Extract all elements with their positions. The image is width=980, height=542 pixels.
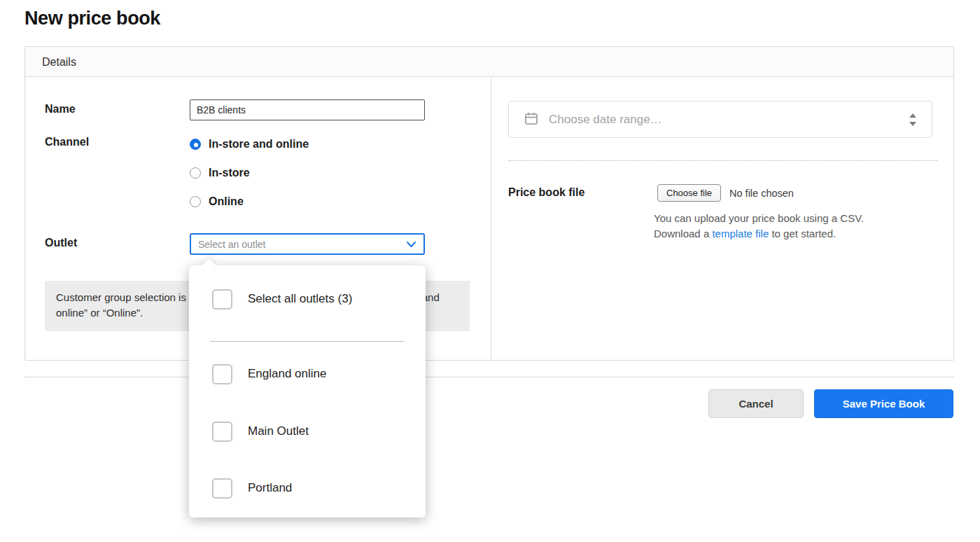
checkbox-icon[interactable]	[212, 289, 232, 310]
radio-option-online[interactable]: Online	[190, 191, 309, 212]
chevron-down-icon	[406, 238, 416, 251]
name-label: Name	[45, 103, 76, 116]
outlet-select[interactable]: Select an outlet	[190, 233, 425, 255]
footer-divider	[24, 377, 954, 377]
spinner-chevrons-icon[interactable]	[909, 113, 916, 126]
outlet-label: Outlet	[45, 237, 77, 249]
outlet-select-placeholder: Select an outlet	[198, 239, 406, 250]
radio-icon[interactable]	[190, 196, 201, 207]
chevron-up-icon[interactable]	[909, 113, 916, 118]
help-line-2-after: to get started.	[769, 228, 836, 239]
choose-file-button[interactable]: Choose file	[657, 184, 721, 202]
date-range-picker[interactable]: Choose date range…	[508, 101, 932, 138]
dropdown-item-main-outlet[interactable]: Main Outlet	[212, 421, 412, 442]
name-input[interactable]	[190, 99, 425, 120]
radio-label: In-store and online	[209, 138, 309, 151]
dropdown-item-select-all[interactable]: Select all outlets (3)	[212, 289, 412, 310]
dropdown-item-label: Select all outlets (3)	[248, 292, 352, 306]
file-upload-row: Choose file No file chosen	[657, 184, 794, 202]
help-line-1: You can upload your price book using a C…	[654, 212, 864, 224]
checkbox-icon[interactable]	[212, 478, 232, 499]
panel-header: Details	[25, 47, 953, 77]
file-help-text: You can upload your price book using a C…	[654, 211, 899, 242]
dropdown-divider	[210, 341, 405, 342]
page-title: New price book	[24, 8, 160, 29]
channel-radio-group: In-store and online In-store Online	[190, 134, 309, 220]
dropdown-item-label: Main Outlet	[248, 424, 309, 438]
chevron-down-icon[interactable]	[909, 122, 916, 126]
price-book-file-label: Price book file	[508, 186, 584, 199]
save-price-book-button[interactable]: Save Price Book	[814, 389, 953, 418]
outlet-dropdown: Select all outlets (3) England online Ma…	[189, 265, 426, 517]
dropdown-item-england-online[interactable]: England online	[212, 363, 412, 384]
dropdown-item-portland[interactable]: Portland	[212, 478, 412, 499]
dropdown-item-label: England online	[248, 367, 326, 381]
radio-icon[interactable]	[190, 139, 201, 150]
cancel-button[interactable]: Cancel	[708, 389, 804, 418]
radio-option-in-store[interactable]: In-store	[190, 162, 309, 183]
checkbox-icon[interactable]	[212, 422, 232, 442]
column-divider	[491, 78, 491, 360]
dropdown-item-label: Portland	[248, 481, 292, 495]
help-line-2-before: Download a	[654, 228, 712, 239]
date-range-placeholder: Choose date range…	[549, 113, 909, 127]
template-file-link[interactable]: template file	[712, 228, 769, 239]
radio-option-in-store-and-online[interactable]: In-store and online	[190, 134, 309, 155]
radio-label: In-store	[209, 167, 250, 179]
details-panel: Details Name Channel In-store and online…	[24, 46, 954, 361]
right-column-divider	[508, 160, 938, 161]
radio-label: Online	[209, 195, 244, 208]
calendar-icon	[524, 111, 538, 128]
radio-icon[interactable]	[190, 167, 201, 179]
checkbox-icon[interactable]	[212, 364, 232, 384]
channel-label: Channel	[45, 136, 89, 148]
file-status-text: No file chosen	[729, 188, 794, 199]
